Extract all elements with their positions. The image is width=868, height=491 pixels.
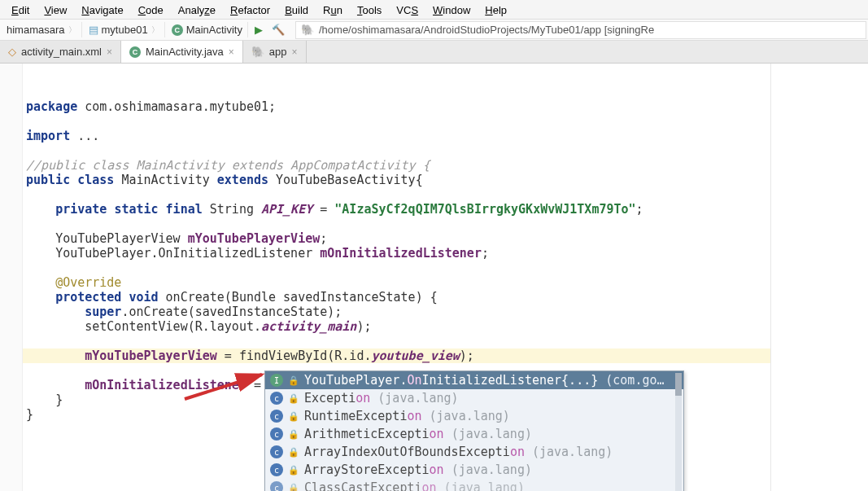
class-icon: c [270, 392, 283, 405]
completion-item[interactable]: c 🔒 ArrayIndexOutOfBoundsException (java… [265, 443, 683, 461]
breadcrumb-label: MainActivity [186, 24, 242, 36]
breadcrumb-project[interactable]: himamasara 〉 [2, 22, 82, 37]
code-completion-popup: I 🔒 YouTubePlayer.OnInitializedListener{… [264, 370, 684, 491]
tab-label: activity_main.xml [21, 46, 102, 58]
class-icon: c [270, 427, 283, 441]
folder-icon: ▤ [89, 24, 98, 36]
completion-item[interactable]: c 🔒 ArrayStoreException (java.lang) [265, 461, 683, 479]
breadcrumb-class[interactable]: C MainActivity [167, 22, 248, 37]
elephant-icon: 🐘 [251, 46, 264, 58]
menu-code[interactable]: Code [132, 2, 170, 16]
completion-item[interactable]: c 🔒 ArithmeticException (java.lang) [265, 425, 683, 443]
gutter[interactable] [0, 64, 23, 491]
run-configuration-path[interactable]: 🐘 /home/oshimamasara/AndroidStudioProjec… [295, 21, 866, 39]
class-icon: c [270, 463, 283, 476]
lock-icon: 🔒 [288, 483, 299, 492]
completion-item[interactable]: c 🔒 Exception (java.lang) [265, 389, 683, 407]
chevron-right-icon: 〉 [68, 24, 76, 36]
tab-label: app [269, 46, 287, 58]
class-icon: c [270, 445, 283, 458]
scrollbar-thumb[interactable] [675, 373, 682, 396]
lock-icon: 🔒 [288, 393, 299, 404]
lock-icon: 🔒 [288, 429, 299, 440]
breadcrumb-module[interactable]: ▤ mytube01 〉 [84, 22, 165, 37]
menu-vcs[interactable]: VCS [390, 2, 425, 16]
menu-window[interactable]: Window [426, 2, 477, 16]
class-icon: C [129, 46, 141, 58]
class-icon: C [172, 24, 183, 36]
xml-icon: ◇ [8, 46, 16, 58]
lock-icon: 🔒 [288, 411, 299, 422]
class-icon: c [270, 410, 283, 423]
class-icon: c [270, 481, 283, 491]
chevron-right-icon: 〉 [151, 24, 159, 36]
menu-build[interactable]: Build [278, 2, 315, 16]
editor-tabs: ◇ activity_main.xml × C MainActivity.jav… [0, 41, 868, 64]
tab-label: MainActivity.java [146, 46, 224, 58]
build-button[interactable]: 🔨 [269, 21, 287, 39]
menu-run[interactable]: Run [316, 2, 349, 16]
menubar: Edit View Navigate Code Analyze Refactor… [0, 0, 868, 20]
lock-icon: 🔒 [288, 375, 299, 386]
menu-analyze[interactable]: Analyze [172, 2, 222, 16]
elephant-icon: 🐘 [301, 24, 314, 36]
navigation-bar: himamasara 〉 ▤ mytube01 〉 C MainActivity… [0, 20, 868, 41]
tab-activity-main-xml[interactable]: ◇ activity_main.xml × [0, 41, 121, 63]
scrollbar[interactable] [675, 373, 682, 491]
tab-main-activity-java[interactable]: C MainActivity.java × [121, 41, 243, 63]
tab-app[interactable]: 🐘 app × [243, 41, 307, 63]
menu-navigate[interactable]: Navigate [75, 2, 129, 16]
lock-icon: 🔒 [288, 465, 299, 476]
menu-view[interactable]: View [37, 2, 73, 16]
breadcrumb-label: mytube01 [102, 24, 148, 36]
close-icon[interactable]: × [107, 46, 112, 58]
completion-item[interactable]: c 🔒 ClassCastException (java lang) [265, 479, 683, 491]
close-icon[interactable]: × [292, 46, 298, 58]
path-text: /home/oshimamasara/AndroidStudioProjects… [319, 24, 654, 36]
menu-edit[interactable]: Edit [5, 2, 36, 16]
lock-icon: 🔒 [288, 447, 299, 458]
menu-tools[interactable]: Tools [351, 2, 388, 16]
completion-item[interactable]: c 🔒 RuntimeException (java.lang) [265, 407, 683, 425]
interface-icon: I [270, 374, 283, 387]
run-button[interactable]: ▶ [250, 21, 268, 39]
menu-refactor[interactable]: Refactor [224, 2, 277, 16]
right-margin [770, 64, 868, 491]
completion-item[interactable]: I 🔒 YouTubePlayer.OnInitializedListener{… [265, 371, 683, 389]
close-icon[interactable]: × [229, 46, 234, 58]
breadcrumb-label: himamasara [7, 24, 65, 36]
hammer-icon: 🔨 [272, 24, 285, 36]
menu-help[interactable]: Help [478, 2, 513, 16]
